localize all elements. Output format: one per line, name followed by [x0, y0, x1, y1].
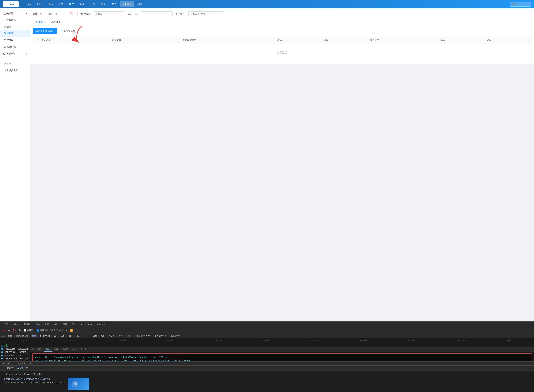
devtools-file-item[interactable]: 1c9512021091011063642 4...	[0, 357, 30, 360]
logo-text: crmeb	[8, 3, 14, 5]
devtools-file-item[interactable]: 233322021091011063611 26...	[0, 354, 30, 357]
nav-item-store[interactable]: 门店	[35, 2, 45, 7]
timeline-label-45000: 45000 毫秒	[388, 339, 436, 341]
logo[interactable]: crmeb	[3, 1, 19, 7]
detail-tab-initiator[interactable]: 启动器	[60, 347, 70, 352]
sidebar-item-welcome[interactable]: 欢迎语	[0, 23, 30, 30]
sidebar-item-staff-list[interactable]: 员工列表	[0, 60, 30, 67]
nav-item-users[interactable]: 用户	[67, 2, 76, 7]
preserve-log-text: 保留日志	[27, 329, 35, 332]
devtools-tab-security[interactable]: 安全	[70, 322, 78, 327]
search-input[interactable]	[510, 2, 531, 7]
filter-button[interactable]: 🔍	[18, 329, 22, 332]
filter-other[interactable]: 其他	[125, 334, 132, 337]
record-button[interactable]: ⏺	[1, 329, 5, 332]
sidebar-item-channel-code[interactable]: 企微渠道码	[0, 17, 30, 23]
detail-tab-close[interactable]: ✕	[30, 347, 36, 352]
export-button[interactable]: ⬇	[79, 329, 83, 332]
detail-tab-cookies[interactable]: Cookie	[78, 347, 89, 352]
filter-blocked-cookies[interactable]: 有已拦截的Cookie	[133, 334, 152, 337]
service-input[interactable]	[93, 11, 125, 16]
filter-manifest[interactable]: 清单	[117, 334, 124, 337]
filter-img[interactable]: 图片	[67, 334, 74, 337]
table-header-type: 客户类型	[368, 37, 438, 44]
sidebar-group-customer-management[interactable]: 客户管理 ∧	[0, 10, 30, 17]
preserve-log-checkbox[interactable]	[24, 329, 26, 332]
filter-js[interactable]: JS	[53, 334, 58, 337]
tab-non-enterprise-customer[interactable]: 非企微客户	[48, 19, 66, 25]
sidebar-item-moments[interactable]: 朋友圈列表	[0, 43, 30, 50]
sync-customers-button[interactable]: 同步企业微信客户	[33, 28, 57, 34]
filter-blocked-requests[interactable]: 被屏蔽的请求	[153, 334, 168, 337]
article-thumb-graphic	[71, 379, 86, 388]
devtools-tab-lighthouse[interactable]: Lighthouse	[79, 322, 94, 327]
nav-item-orders[interactable]: 订单	[56, 2, 66, 7]
sidebar-item-enterprise-settings[interactable]: 企业微信设置	[0, 67, 30, 74]
nav-item-decoration[interactable]: 装修	[99, 2, 108, 7]
tab-enterprise-customer[interactable]: 企微客户	[33, 19, 48, 25]
bottom-tab-whats-new[interactable]: What's New ✕	[15, 366, 33, 370]
devtools-toolbar: 元素 控制台 源代码 网络 性能 内存 应用 安全 Lighthouse Rec…	[0, 322, 534, 328]
nav-item-enterprise-wechat[interactable]: 企业微信	[120, 1, 134, 7]
nav-item-distribution[interactable]: 分销	[88, 2, 98, 7]
filter-doc[interactable]: 文档	[92, 334, 99, 337]
devtools-tab-application[interactable]: 应用	[61, 322, 69, 327]
detail-tab-timing[interactable]: 时间	[70, 347, 78, 352]
name-input[interactable]	[188, 11, 224, 16]
devtools-tab-sources[interactable]: 源代码	[22, 322, 33, 327]
devtools-tab-memory[interactable]: 内存	[52, 322, 60, 327]
create-time-input[interactable]: 📅	[46, 11, 78, 16]
devtools-tab-console[interactable]: 控制台	[11, 322, 21, 327]
nav-item-marketing[interactable]: 营销	[77, 2, 87, 7]
nav-item-settings[interactable]: 设置	[135, 2, 145, 7]
devtools-tab-network[interactable]: 网络	[33, 322, 42, 327]
filter-css[interactable]: CSS	[59, 334, 66, 337]
nav-item-operations[interactable]: 运营	[24, 2, 34, 7]
batch-tag-button[interactable]: 批量设置标签	[58, 28, 78, 34]
nav-item-finance[interactable]: 财务	[109, 2, 119, 7]
import-button[interactable]: ⬆	[74, 329, 78, 332]
tag-input[interactable]	[141, 11, 173, 16]
stop-button[interactable]: ⏹	[7, 329, 11, 332]
disable-cache-checkbox[interactable]	[37, 329, 39, 332]
whats-new-highlight: Highlights from the Chrome 101 update	[3, 373, 531, 375]
menu-toggle-icon[interactable]: ≡	[20, 2, 22, 6]
detail-tab-headers[interactable]: 标头	[36, 347, 44, 352]
detail-tab-preview[interactable]: 预览	[44, 347, 52, 352]
clear-button[interactable]: 🚫	[12, 329, 16, 332]
filter-third-party[interactable]: 第三方请求	[169, 334, 182, 337]
sidebar-item-customer-list[interactable]: 客户列表	[0, 30, 30, 37]
devtools-file-item[interactable]: 9d74b20210910110637104...	[0, 350, 30, 354]
timeline-label-15000: 15000 毫秒	[98, 339, 146, 341]
detail-tab-response[interactable]: 响应	[52, 347, 60, 352]
dot-menu-icon[interactable]: ⋮	[1, 366, 5, 370]
filter-all[interactable]: 全部	[31, 334, 38, 337]
name-field[interactable]	[190, 13, 212, 15]
devtools-file-item[interactable]: 54930202109101106363502...	[0, 347, 30, 350]
file-color-indicator	[1, 348, 3, 350]
customer-table: 客户信息 所属客服 客服所属部门 标签 性别 客户类型 备注 添加 暂无数据	[33, 37, 531, 61]
devtools-filter-bar: 过滤 反转 隐藏数据网址 全部 Fetch/XHR JS CSS 图片 媒体 字…	[0, 333, 534, 339]
bottom-tab-console[interactable]: 控制台	[5, 366, 15, 370]
whats-new-close-icon[interactable]: ✕	[30, 367, 31, 369]
devtools-tab-elements[interactable]: 元素	[1, 322, 10, 327]
sidebar-group-customer-ops[interactable]: 客户群运营 ∨	[0, 50, 30, 57]
tag-field[interactable]	[143, 13, 164, 15]
devtools-tab-recorder[interactable]: Recorder ▲	[95, 322, 110, 327]
filter-hide-data-urls[interactable]: 隐藏数据网址	[15, 334, 29, 337]
request-count: 163 个请求	[1, 362, 11, 365]
sidebar-item-group-send[interactable]: 客户群发	[0, 37, 30, 43]
filter-invert[interactable]: 反转	[7, 334, 14, 337]
filter-fetch-xhr[interactable]: Fetch/XHR	[39, 334, 51, 337]
throttle-dropdown[interactable]: ▼	[65, 329, 68, 332]
create-time-field[interactable]	[48, 13, 69, 15]
filter-media[interactable]: 媒体	[76, 334, 82, 337]
devtools-tab-performance[interactable]: 性能	[43, 322, 51, 327]
nav-item-products[interactable]: 商品	[45, 2, 55, 7]
filter-ws[interactable]: WS	[100, 334, 106, 337]
service-field[interactable]	[95, 13, 116, 15]
devtools-file-item[interactable]: 1c34d202110181124184086...	[0, 360, 30, 361]
select-all-checkbox[interactable]	[35, 39, 37, 41]
filter-wasm[interactable]: Wasm	[107, 334, 116, 337]
filter-font[interactable]: 字体	[84, 334, 90, 337]
